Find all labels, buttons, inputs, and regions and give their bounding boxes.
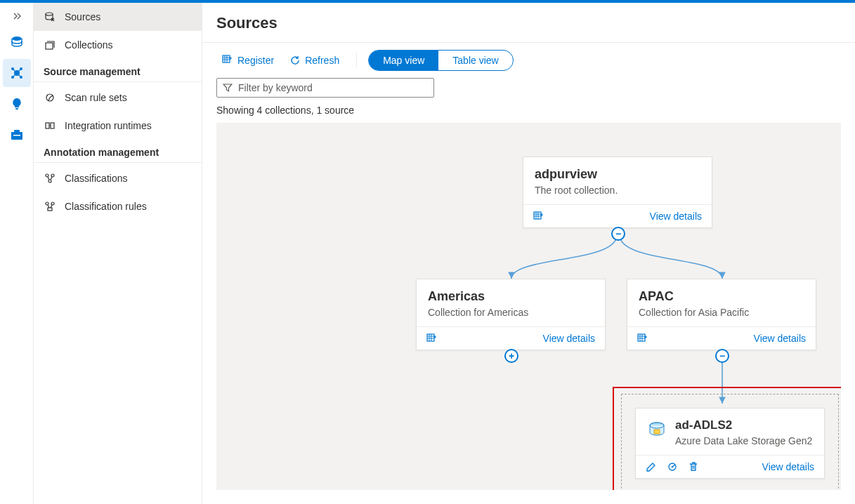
sidebar-item-sources[interactable]: Sources bbox=[34, 3, 202, 31]
map-view-label: Map view bbox=[383, 55, 424, 66]
sidebar-item-label: Collections bbox=[65, 39, 112, 51]
sidebar-item-classification-rules[interactable]: Classification rules bbox=[34, 192, 202, 220]
integration-runtimes-icon bbox=[44, 119, 56, 132]
refresh-label: Refresh bbox=[305, 55, 339, 66]
sidebar-item-scan-rule-sets[interactable]: Scan rule sets bbox=[34, 84, 202, 112]
view-toggle: Map view Table view bbox=[368, 50, 514, 71]
sidebar-header-annotation-management: Annotation management bbox=[34, 140, 202, 163]
svg-point-29 bbox=[672, 466, 674, 468]
sidebar-item-label: Scan rule sets bbox=[65, 92, 127, 103]
node-title: adpurview bbox=[535, 167, 700, 182]
delete-icon[interactable] bbox=[688, 461, 699, 472]
filter-input-wrapper[interactable] bbox=[216, 78, 434, 98]
view-details-link[interactable]: View details bbox=[650, 211, 702, 222]
map-view-toggle[interactable]: Map view bbox=[369, 51, 438, 70]
register-source-icon[interactable] bbox=[426, 333, 438, 344]
svg-rect-11 bbox=[46, 43, 53, 49]
expand-americas-button[interactable]: + bbox=[504, 349, 518, 363]
navigation-rail bbox=[0, 3, 34, 504]
sidebar-item-label: Classifications bbox=[65, 173, 127, 184]
classification-rules-icon bbox=[44, 200, 56, 213]
svg-rect-8 bbox=[14, 130, 20, 132]
register-button[interactable]: Register bbox=[216, 52, 280, 69]
node-title: APAC bbox=[639, 289, 804, 304]
filter-input[interactable] bbox=[238, 82, 428, 93]
refresh-button[interactable]: Refresh bbox=[284, 52, 345, 69]
view-details-link[interactable]: View details bbox=[754, 333, 806, 344]
rail-data-map-icon[interactable] bbox=[3, 59, 31, 87]
view-details-link[interactable]: View details bbox=[543, 333, 595, 344]
svg-point-15 bbox=[46, 174, 48, 177]
svg-point-10 bbox=[46, 13, 53, 15]
svg-rect-27 bbox=[654, 430, 660, 434]
collapse-root-button[interactable]: − bbox=[611, 227, 625, 241]
svg-rect-20 bbox=[48, 208, 52, 211]
toolbar: Register Refresh Map view Table view bbox=[202, 43, 855, 78]
collections-icon bbox=[44, 39, 56, 51]
svg-point-16 bbox=[51, 174, 54, 177]
sidebar-item-label: Sources bbox=[65, 11, 100, 22]
collection-node-americas[interactable]: Americas Collection for Americas View de… bbox=[416, 279, 606, 350]
edit-icon[interactable] bbox=[646, 461, 657, 472]
scan-icon[interactable] bbox=[667, 461, 678, 472]
view-details-link[interactable]: View details bbox=[762, 461, 814, 472]
table-view-label: Table view bbox=[452, 55, 498, 66]
svg-point-18 bbox=[46, 202, 48, 205]
register-source-icon[interactable] bbox=[533, 211, 544, 222]
svg-point-17 bbox=[48, 180, 51, 183]
sidebar-item-collections[interactable]: Collections bbox=[34, 31, 202, 59]
collection-node-apac[interactable]: APAC Collection for Asia Pacific View de… bbox=[627, 279, 816, 350]
node-subtitle: Azure Data Lake Storage Gen2 bbox=[675, 435, 812, 446]
svg-rect-22 bbox=[534, 212, 541, 219]
svg-point-19 bbox=[51, 202, 54, 205]
sources-icon bbox=[44, 11, 56, 23]
node-title: ad-ADLS2 bbox=[675, 418, 812, 432]
refresh-icon bbox=[289, 55, 301, 66]
rail-data-catalog-icon[interactable] bbox=[3, 28, 31, 56]
collapse-apac-button[interactable]: − bbox=[715, 349, 729, 363]
filter-row bbox=[202, 78, 855, 105]
classifications-icon bbox=[44, 172, 56, 185]
sidebar-item-label: Classification rules bbox=[65, 201, 147, 212]
status-line: Showing 4 collections, 1 source bbox=[202, 105, 855, 123]
svg-point-0 bbox=[12, 37, 22, 41]
node-title: Americas bbox=[428, 289, 594, 304]
page-title: Sources bbox=[202, 3, 855, 43]
sidebar: Sources Collections Source management Sc… bbox=[34, 3, 202, 504]
rail-management-icon[interactable] bbox=[3, 121, 31, 149]
sidebar-header-source-management: Source management bbox=[34, 59, 202, 82]
scan-rule-sets-icon bbox=[44, 91, 56, 104]
adls-icon bbox=[647, 420, 667, 439]
svg-rect-24 bbox=[638, 334, 645, 341]
register-label: Register bbox=[237, 55, 274, 66]
register-source-icon[interactable] bbox=[637, 333, 648, 344]
source-node-adls2[interactable]: ad-ADLS2 Azure Data Lake Storage Gen2 bbox=[635, 408, 825, 479]
sidebar-item-integration-runtimes[interactable]: Integration runtimes bbox=[34, 112, 202, 140]
grid-plus-icon bbox=[222, 55, 233, 66]
svg-rect-21 bbox=[223, 55, 230, 62]
toolbar-separator bbox=[356, 53, 357, 68]
node-subtitle: Collection for Asia Pacific bbox=[639, 307, 804, 318]
collection-node-root[interactable]: adpurview The root collection. View deta… bbox=[523, 157, 712, 228]
sidebar-item-classifications[interactable]: Classifications bbox=[34, 164, 202, 192]
main-content: Sources Register Refresh Map view Table … bbox=[202, 3, 855, 504]
rail-insights-icon[interactable] bbox=[3, 90, 31, 118]
expand-rail-button[interactable] bbox=[3, 6, 31, 27]
filter-icon bbox=[223, 83, 233, 93]
node-subtitle: Collection for Americas bbox=[428, 307, 594, 318]
svg-rect-13 bbox=[46, 123, 49, 128]
svg-rect-6 bbox=[15, 108, 18, 110]
map-canvas[interactable]: adpurview The root collection. View deta… bbox=[216, 123, 841, 490]
node-subtitle: The root collection. bbox=[535, 185, 700, 196]
table-view-toggle[interactable]: Table view bbox=[438, 51, 512, 70]
svg-rect-14 bbox=[51, 123, 54, 128]
svg-rect-23 bbox=[427, 334, 434, 341]
svg-rect-9 bbox=[13, 135, 20, 136]
sidebar-item-label: Integration runtimes bbox=[65, 120, 152, 131]
